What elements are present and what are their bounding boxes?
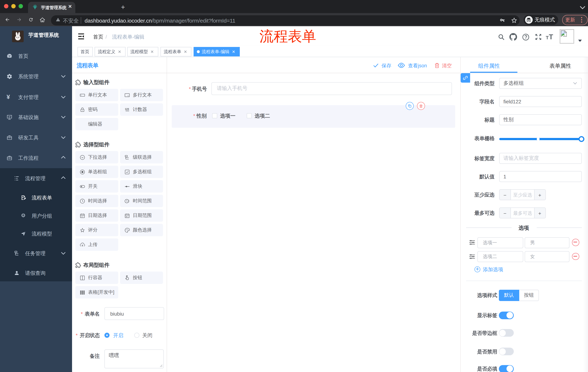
svg-text:T: T — [549, 33, 553, 40]
svg-text:T: T — [546, 35, 549, 40]
svg-text:123: 123 — [125, 107, 129, 110]
